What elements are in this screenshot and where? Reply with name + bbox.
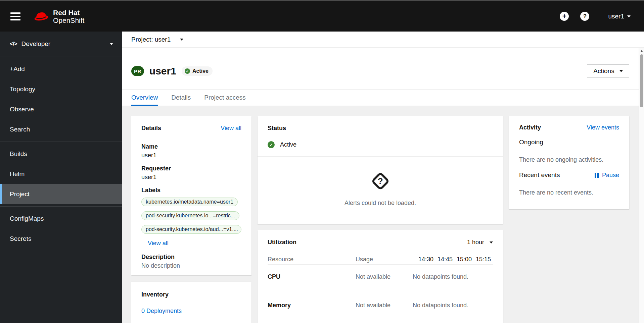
- middle-column: Status ✓ Active ? Alerts coul: [258, 116, 503, 323]
- inventory-card-title: Inventory: [141, 291, 169, 298]
- resource-usage: Not available: [356, 302, 413, 309]
- divider: [509, 183, 629, 183]
- sidebar-item-add[interactable]: +Add: [0, 59, 122, 79]
- inventory-card: Inventory 0 Deployments: [131, 282, 251, 323]
- page-header: PR user1 ✓ Active Actions: [122, 48, 644, 89]
- masthead: Red Hat OpenShift + ? user1: [0, 0, 644, 32]
- utilization-header-row: Resource Usage 14:30 14:45 15:00 15:15: [268, 256, 493, 263]
- resource-column-header: Resource: [268, 256, 356, 263]
- sidebar-item-builds[interactable]: Builds: [0, 144, 122, 164]
- tab-bar: Overview Details Project access: [122, 89, 644, 106]
- activity-card: Activity View events Ongoing There are n…: [509, 116, 629, 209]
- status-badge: ✓ Active: [182, 66, 213, 76]
- unknown-status-icon: ?: [371, 172, 390, 191]
- usage-column-header: Usage: [356, 256, 413, 263]
- label-chip[interactable]: kubernetes.io/metadata.name=user1: [141, 198, 238, 206]
- recent-events-section-title: Recent events: [519, 171, 560, 179]
- name-value: user1: [141, 152, 241, 159]
- brand-line2: OpenShift: [53, 16, 84, 24]
- utilization-row-cpu: CPU Not available No datapoints found.: [268, 273, 493, 280]
- description-value: No description: [141, 262, 241, 269]
- sidebar-item-observe[interactable]: Observe: [0, 99, 122, 119]
- user-menu-button[interactable]: user1: [608, 13, 631, 20]
- brand-line1: Red Hat: [53, 9, 84, 16]
- vertical-scrollbar[interactable]: [639, 48, 644, 323]
- status-badge-label: Active: [192, 68, 209, 74]
- ongoing-empty-message: There are no ongoing activities.: [519, 156, 619, 163]
- project-selector-label: Project: user1: [131, 36, 171, 43]
- chevron-down-icon: [627, 15, 631, 17]
- brand-text: Red Hat OpenShift: [53, 9, 84, 24]
- utilization-card: Utilization 1 hour Resource Usage 14:30 …: [258, 230, 503, 323]
- resource-usage: Not available: [356, 273, 413, 280]
- requester-value: user1: [141, 174, 241, 181]
- deployments-count-link[interactable]: 0 Deployments: [141, 308, 182, 315]
- sidebar-nav: </> Developer +Add Topology Observe Sear…: [0, 32, 122, 323]
- alerts-empty-message: Alerts could not be loaded.: [344, 200, 416, 207]
- sidebar-item-topology[interactable]: Topology: [0, 79, 122, 99]
- details-card-title: Details: [141, 125, 161, 132]
- duration-value: 1 hour: [467, 239, 484, 246]
- check-circle-icon: ✓: [268, 141, 275, 148]
- description-term: Description: [141, 254, 241, 261]
- quick-create-button[interactable]: +: [560, 12, 569, 21]
- activity-card-title: Activity: [519, 124, 541, 131]
- divider: [509, 150, 629, 150]
- nav-toggle-button[interactable]: [10, 12, 20, 20]
- overview-dashboard: Details View all Name user1 Requester us…: [122, 106, 644, 323]
- project-selector-dropdown[interactable]: Project: user1: [131, 36, 183, 43]
- actions-dropdown-button[interactable]: Actions: [587, 64, 629, 78]
- time-tick-label: 15:15: [474, 256, 493, 263]
- pause-icon: [595, 173, 599, 178]
- time-tick-label: 15:00: [455, 256, 474, 263]
- status-card-title: Status: [268, 125, 286, 131]
- tab-details[interactable]: Details: [171, 90, 191, 106]
- left-column: Details View all Name user1 Requester us…: [131, 116, 251, 323]
- recent-empty-message: There are no recent events.: [519, 189, 619, 196]
- username: user1: [608, 13, 624, 20]
- tab-overview[interactable]: Overview: [131, 90, 158, 106]
- perspective-switcher[interactable]: </> Developer: [0, 32, 122, 56]
- page-title: user1: [149, 65, 176, 77]
- pause-events-button[interactable]: Pause: [595, 172, 619, 179]
- ongoing-section-title: Ongoing: [519, 139, 619, 146]
- project-status-label: Active: [280, 141, 296, 148]
- main-area: Project: user1 PR user1 ✓ Active Actions…: [122, 32, 644, 323]
- sidebar-item-project[interactable]: Project: [0, 184, 122, 204]
- details-card: Details View all Name user1 Requester us…: [131, 116, 251, 275]
- chevron-down-icon: [180, 39, 183, 41]
- tab-project-access[interactable]: Project access: [204, 90, 246, 106]
- sidebar-nav-list: +Add Topology Observe Search Builds Helm…: [0, 56, 122, 249]
- sidebar-item-configmaps[interactable]: ConfigMaps: [0, 209, 122, 229]
- name-term: Name: [141, 143, 241, 150]
- label-chip[interactable]: pod-security.kubernetes.io/aud...=v1....: [141, 225, 241, 234]
- sidebar-item-helm[interactable]: Helm: [0, 164, 122, 184]
- right-column: Activity View events Ongoing There are n…: [509, 116, 629, 323]
- scroll-up-arrow-icon[interactable]: [640, 50, 643, 52]
- redhat-fedora-icon: [33, 10, 49, 22]
- masthead-toolbar: + ? user1: [560, 12, 631, 21]
- sidebar-item-secrets[interactable]: Secrets: [0, 229, 122, 249]
- resource-datapoints: No datapoints found.: [413, 273, 493, 280]
- help-circle-icon: ?: [580, 12, 589, 21]
- view-events-link[interactable]: View events: [587, 124, 619, 131]
- chevron-down-icon: [110, 43, 113, 45]
- check-circle-icon: ✓: [185, 68, 190, 74]
- status-card: Status ✓ Active ? Alerts coul: [258, 116, 503, 224]
- label-chip[interactable]: pod-security.kubernetes.io...=restric...: [141, 211, 239, 220]
- perspective-label: Developer: [21, 40, 51, 48]
- divider: [0, 142, 122, 142]
- sidebar-item-search[interactable]: Search: [0, 119, 122, 140]
- time-tick-label: 14:45: [435, 256, 455, 263]
- code-icon: </>: [10, 41, 17, 47]
- redhat-openshift-logo[interactable]: Red Hat OpenShift: [33, 9, 84, 24]
- details-view-all-link[interactable]: View all: [221, 125, 241, 132]
- project-badge: PR: [131, 66, 144, 76]
- help-button[interactable]: ?: [580, 12, 589, 21]
- labels-view-all-link[interactable]: View all: [148, 240, 169, 247]
- duration-dropdown[interactable]: 1 hour: [467, 239, 493, 246]
- chevron-down-icon: [490, 241, 493, 244]
- scrollbar-thumb[interactable]: [640, 54, 643, 107]
- resource-name: CPU: [268, 273, 356, 280]
- chevron-down-icon: [619, 70, 623, 72]
